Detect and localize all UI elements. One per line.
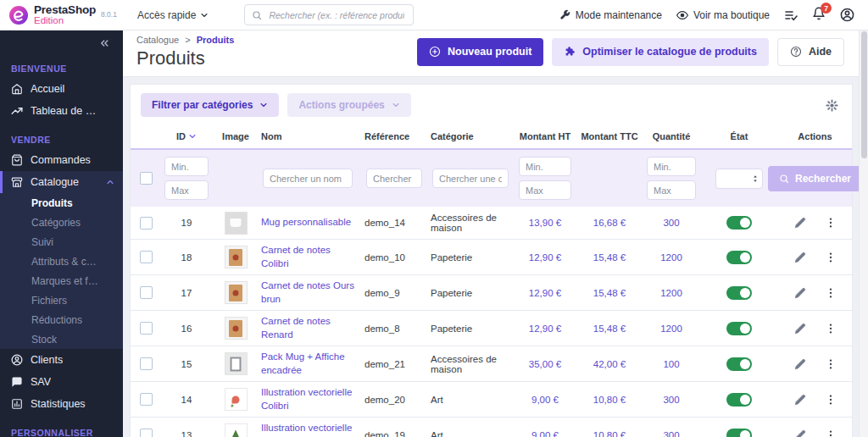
sidebar-item[interactable]: Fichiers — [0, 290, 123, 310]
sidebar-item[interactable]: Attributs & caractéristiques — [0, 252, 123, 271]
table-header-row: ID Image Nom Référence Catégorie Montant… — [131, 124, 852, 150]
product-category: Papeterie — [429, 284, 514, 302]
edit-icon[interactable] — [794, 394, 806, 406]
name-filter-input[interactable] — [263, 169, 353, 188]
col-header-checkbox — [131, 130, 161, 143]
more-actions-icon[interactable] — [825, 358, 837, 370]
row-checkbox[interactable] — [140, 393, 153, 406]
product-name-link[interactable]: Illustration vectorielle Ours brun — [261, 422, 356, 437]
product-reference: demo_21 — [363, 355, 429, 373]
edit-icon[interactable] — [794, 252, 806, 263]
product-category: Art — [429, 426, 514, 437]
quantity-min-input[interactable] — [647, 157, 696, 176]
more-actions-icon[interactable] — [825, 217, 837, 229]
id-min-input[interactable] — [164, 157, 209, 176]
id-max-input[interactable] — [164, 180, 209, 200]
price-ht-max-input[interactable] — [519, 180, 571, 200]
edit-icon[interactable] — [794, 287, 806, 299]
optimize-catalog-button[interactable]: Optimiser le catalogue de produits — [552, 38, 769, 66]
new-product-button[interactable]: Nouveau produit — [417, 38, 543, 66]
product-name-link[interactable]: Mug personnalisable — [261, 216, 351, 230]
status-toggle[interactable] — [726, 286, 752, 300]
select-arrows-icon — [750, 174, 760, 184]
breadcrumb-parent[interactable]: Catalogue — [136, 35, 179, 45]
breadcrumb-current[interactable]: Produits — [197, 35, 235, 45]
status-toggle[interactable] — [726, 393, 752, 407]
row-checkbox[interactable] — [140, 322, 153, 335]
product-name-link[interactable]: Carnet de notes Colibri — [261, 244, 356, 270]
maintenance-mode-link[interactable]: Mode maintenance — [559, 9, 662, 21]
row-checkbox[interactable] — [140, 286, 153, 299]
row-checkbox[interactable] — [140, 217, 153, 230]
price-ht-min-input[interactable] — [519, 157, 571, 176]
bulk-actions-button[interactable]: Actions groupées — [287, 93, 410, 117]
row-checkbox[interactable] — [140, 357, 153, 370]
sidebar-item-label: VENDRE — [11, 135, 51, 145]
filter-by-categories-button[interactable]: Filtrer par catégories — [141, 93, 279, 117]
sidebar-item[interactable]: Statistiques — [0, 393, 123, 415]
status-toggle[interactable] — [726, 251, 752, 264]
sidebar-item[interactable]: Commandes — [0, 149, 123, 171]
more-actions-icon[interactable] — [825, 323, 837, 335]
status-toggle[interactable] — [726, 216, 752, 230]
more-actions-icon[interactable] — [825, 287, 837, 299]
col-header-id[interactable]: ID — [161, 124, 212, 148]
profile-icon[interactable] — [840, 8, 854, 22]
sidebar-item[interactable]: Accueil — [0, 78, 123, 100]
select-all-checkbox[interactable] — [140, 172, 153, 185]
price-ht-value: 12,90 € — [529, 324, 561, 334]
sidebar-item[interactable]: Tableau de bord — [0, 100, 123, 122]
collapse-sidebar-icon[interactable] — [98, 37, 110, 49]
sidebar-item[interactable]: Marques et fournisseurs — [0, 271, 123, 290]
sidebar-item[interactable]: Réductions — [0, 310, 123, 329]
quantity-max-input[interactable] — [647, 180, 696, 200]
notifications-bell[interactable]: 7 — [812, 7, 826, 23]
table-body: 19 Mug personnalisable demo_14 Accessoir… — [131, 207, 852, 437]
status-toggle[interactable] — [726, 429, 752, 437]
status-toggle[interactable] — [726, 357, 752, 371]
price-ttc-value: 10,80 € — [593, 430, 626, 437]
product-name-link[interactable]: Carnet de notes Renard — [261, 315, 356, 341]
sidebar-item[interactable]: Produits — [0, 193, 123, 213]
more-actions-icon[interactable] — [825, 252, 837, 263]
product-name-link[interactable]: Carnet de notes Ours brun — [261, 279, 356, 306]
reference-filter-input[interactable] — [366, 169, 422, 188]
sidebar-item-label: Attributs & caractéristiques — [31, 256, 98, 268]
status-toggle[interactable] — [726, 322, 752, 335]
trending-up-icon — [11, 105, 23, 117]
sidebar-item[interactable]: Clients — [0, 349, 123, 371]
global-search-input[interactable] — [267, 9, 406, 21]
plus-circle-icon — [429, 46, 441, 58]
scrollbar-thumb[interactable] — [861, 31, 867, 158]
row-checkbox[interactable] — [140, 251, 153, 263]
edit-icon[interactable] — [794, 429, 806, 437]
grid-settings-gear-icon[interactable] — [826, 99, 838, 112]
row-checkbox[interactable] — [140, 429, 153, 437]
sidebar-item[interactable]: Catégories — [0, 213, 123, 232]
edit-icon[interactable] — [794, 217, 806, 229]
sidebar-item-label: Commandes — [31, 154, 91, 166]
more-actions-icon[interactable] — [825, 394, 837, 406]
edit-icon[interactable] — [794, 323, 806, 335]
sidebar-item-label: Réductions — [31, 314, 82, 326]
status-filter-select[interactable] — [715, 169, 763, 189]
category-filter-input[interactable] — [432, 169, 509, 188]
search-button[interactable]: Rechercher — [768, 166, 860, 191]
price-ttc-value: 15,48 € — [593, 288, 626, 298]
sidebar-item[interactable]: Stock — [0, 329, 123, 349]
page-scrollbar[interactable] — [859, 30, 868, 437]
product-name-link[interactable]: Illustration vectorielle Colibri — [261, 386, 356, 412]
edit-icon[interactable] — [794, 358, 806, 370]
sidebar-item[interactable]: Catalogue — [0, 171, 123, 193]
global-search[interactable] — [244, 4, 414, 25]
sidebar-item[interactable]: SAV — [0, 371, 123, 393]
product-name-link[interactable]: Pack Mug + Affiche encadrée — [261, 351, 356, 377]
help-button[interactable]: Aide — [777, 38, 844, 66]
sidebar-collapse-row — [0, 30, 123, 51]
prestashop-logo[interactable]: PrestaShop Edition 8.0.1 — [0, 4, 125, 26]
activity-list-icon[interactable] — [784, 8, 798, 22]
quick-access-dropdown[interactable]: Accès rapide — [137, 9, 209, 21]
view-shop-link[interactable]: Voir ma boutique — [676, 9, 770, 21]
more-actions-icon[interactable] — [825, 429, 837, 437]
sidebar-item[interactable]: Suivi — [0, 232, 123, 252]
